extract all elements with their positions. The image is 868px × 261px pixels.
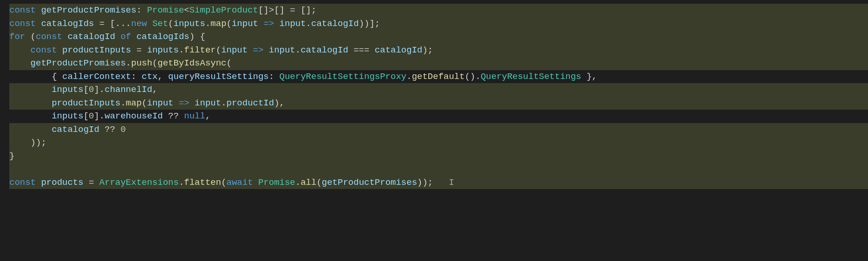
code-line[interactable]: const productInputs = inputs.filter(inpu… [9,44,868,57]
code-token: ( [316,177,321,188]
code-token [9,111,52,121]
code-token: products [41,177,83,188]
code-token: const [9,19,41,29]
code-token: . [306,19,311,29]
code-token: warehouseId [104,111,163,121]
code-token: 0 [120,124,125,135]
code-token: 0 [89,85,94,95]
code-token: input [195,98,221,108]
code-content[interactable]: const getProductPromises: Promise<Simple… [9,4,868,189]
code-token: . [221,98,226,108]
code-token: input [280,19,306,29]
code-token: ( [152,58,157,68]
code-token: push [131,58,152,68]
code-token: getDefault [412,72,465,82]
code-token [9,98,52,108]
code-token: all [300,177,316,188]
code-token: input [269,45,295,55]
code-line[interactable]: const catalogIds = [...new Set(inputs.ma… [9,17,868,31]
code-token: []>[] = []; [258,5,316,15]
code-token: QueryResultSettings [481,72,581,82]
code-token: : [131,72,142,82]
code-line[interactable] [9,163,868,176]
code-token: productInputs [52,98,120,108]
code-token: , [152,85,157,95]
code-token: : [137,5,147,15]
code-token: map [210,19,226,29]
code-token: const [9,177,41,188]
text-cursor-icon: I [433,177,454,188]
code-line[interactable]: { callerContext: ctx, queryResultSetting… [9,70,868,84]
code-token: , [205,111,210,121]
code-token: ( [168,19,173,29]
code-token: => [174,98,195,108]
code-token: . [295,177,300,188]
code-token [9,58,31,68]
code-token: ?? [163,111,184,121]
code-token: . [179,177,184,188]
code-token: inputs [52,111,83,121]
code-token: inputs [52,85,83,95]
code-token: flatten [184,177,221,188]
code-token [9,124,52,135]
code-token: ))]; [359,19,380,29]
code-token: QueryResultSettingsProxy [280,72,407,82]
code-token: getByIdsAsync [157,58,226,68]
code-token: ctx [142,72,157,82]
code-token: . [179,45,184,55]
code-token [9,45,31,55]
code-token: productInputs [62,45,131,55]
code-token: ); [422,45,433,55]
code-editor[interactable]: const getProductPromises: Promise<Simple… [0,0,868,193]
code-token: ( [216,45,221,55]
code-token: } [9,151,14,161]
code-line[interactable]: getProductPromises.push(getByIdsAsync( [9,57,868,70]
code-token: const [9,5,41,15]
code-token: input [232,19,258,29]
code-line[interactable]: } [9,150,868,163]
code-token: filter [184,45,215,55]
code-token: catalogId [52,124,99,135]
code-token: input [221,45,248,55]
code-token: => [258,19,280,29]
code-token: ]. [94,85,104,95]
code-token: Set [152,19,168,29]
code-token: . [126,58,131,68]
code-token: of [115,32,137,42]
code-token: productId [227,98,274,108]
code-token: new [131,19,152,29]
code-token: )); [417,177,433,188]
code-token [9,85,52,95]
code-token: 0 [89,111,94,121]
code-token: ( [221,177,226,188]
code-token: ?? [99,124,121,135]
code-line[interactable]: inputs[0].warehouseId ?? null, [9,110,868,123]
code-token: === [348,45,375,55]
code-line[interactable]: for (const catalogId of catalogIds) { [9,30,868,44]
code-token: callerContext [62,72,131,82]
code-token: queryResultSettings [168,72,269,82]
code-line[interactable]: const getProductPromises: Promise<Simple… [9,4,868,17]
code-token: , [157,72,168,82]
code-token: ) { [189,32,205,42]
code-token: . [120,98,125,108]
code-token: catalogIds [41,19,94,29]
code-token: [ [84,111,89,121]
code-token: . [205,19,210,29]
code-line[interactable]: const products = ArrayExtensions.flatten… [9,176,868,189]
code-token: : [269,72,280,82]
code-token: inputs [174,19,205,29]
code-token: ( [31,32,36,42]
code-token: map [126,98,142,108]
code-line[interactable]: inputs[0].channelId, [9,83,868,97]
code-token: getProductPromises [41,5,136,15]
code-token: => [248,45,269,55]
code-line[interactable]: )); [9,136,868,150]
code-token: inputs [147,45,178,55]
code-token: )); [9,137,46,148]
code-token: getProductPromises [322,177,417,188]
code-token: catalogIds [137,32,189,42]
code-line[interactable]: productInputs.map(input => input.product… [9,97,868,110]
code-line[interactable]: catalogId ?? 0 [9,123,868,137]
code-token: = [131,45,147,55]
